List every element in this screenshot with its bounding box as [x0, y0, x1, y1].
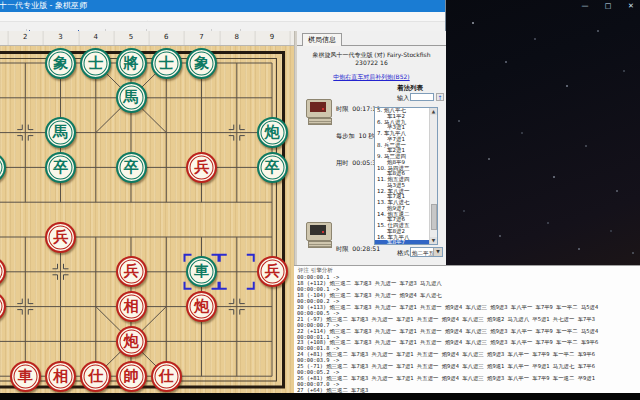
red-piece-相[interactable]: 相 — [45, 361, 76, 392]
black-piece-炮[interactable]: 炮 — [257, 117, 288, 148]
red-piece-帥[interactable]: 帥 — [116, 361, 147, 392]
analysis-line: 23 (+108) 炮三退二 车7退3 兵九进一 车7进1 兵五进一 炮9进4 … — [297, 340, 640, 346]
move-input-label: 输入 — [397, 94, 409, 103]
black-computer-icon — [306, 220, 334, 250]
move-input[interactable] — [410, 93, 434, 101]
scroll-down-icon[interactable]: ▼ — [430, 237, 437, 244]
analysis-line: 25 (-71) 炮三退二 车7退3 兵九进一 车7进1 兵五进一 炮9进4 车… — [297, 364, 640, 370]
bottom-black-strip — [0, 393, 640, 400]
red-piece-炮[interactable]: 炮 — [116, 326, 147, 357]
analysis-header: 评注 引擎分析 — [298, 267, 333, 274]
caption-buttons: — □ ✕ — [578, 0, 638, 12]
board-grid — [0, 31, 294, 393]
dropdown-arrow-icon[interactable]: ▼ — [433, 248, 442, 256]
red-piece-兵[interactable]: 兵 — [116, 256, 147, 287]
move-list-rows: 5. 炮八平七车1平26. 马八进九卒3进17. 车九平八卒7进18. 兵三进一… — [375, 108, 437, 245]
red-computer-icon — [306, 97, 334, 127]
analysis-line: 20 (+113) 炮三退二 车7退3 兵九进一 车7进1 兵五进一 炮9进4 … — [297, 305, 640, 311]
red-piece-相[interactable]: 相 — [116, 291, 147, 322]
analysis-line: 22 (+114) 炮三退二 车7退3 兵九进一 车7进1 兵五进一 炮9进4 … — [297, 329, 640, 335]
analysis-line: 24 (+81) 炮三退二 车7退3 兵九进一 车7进1 兵五进一 炮9进4 车… — [297, 352, 640, 358]
move-list-title: 着法列表 — [397, 84, 423, 93]
red-piece-炮[interactable]: 炮 — [186, 291, 217, 322]
red-piece-兵[interactable]: 兵 — [257, 256, 288, 287]
maximize-icon[interactable]: □ — [601, 0, 615, 12]
format-label: 格式 — [397, 249, 409, 258]
window-title: 象棋旋风十一代专业版 - 象棋巫师 — [0, 0, 87, 12]
black-piece-卒[interactable]: 卒 — [257, 152, 288, 183]
black-piece-卒[interactable]: 卒 — [45, 152, 76, 183]
red-piece-仕[interactable]: 仕 — [151, 361, 182, 392]
minimize-icon[interactable]: — — [578, 0, 592, 12]
tab-game-info[interactable]: 棋局信息 — [302, 33, 342, 46]
analysis-lines: 00:00:00.1 ->18 (+112) 炮三退二 车7退3 兵九进一 车7… — [297, 275, 640, 394]
opening-link[interactable]: 中炮右直车对后补列炮(B52) — [301, 73, 442, 82]
black-time-limit: 时限 00:28:51 — [336, 244, 398, 253]
engine-analysis-pane: 评注 引擎分析 00:00:00.1 ->18 (+112) 炮三退二 车7退3… — [294, 265, 640, 394]
move-list-scrollbar[interactable]: ▲ ▼ — [429, 108, 437, 244]
red-piece-車[interactable]: 車 — [10, 361, 41, 392]
black-piece-象[interactable]: 象 — [186, 48, 217, 79]
screen: 象棋旋风十一代专业版 - 象棋巫师 — □ ✕ 棋谱(M)局面(P)着法(W)系… — [0, 0, 640, 400]
red-piece-兵[interactable]: 兵 — [45, 222, 76, 253]
xiangqi-board[interactable]: 123456789 象士將士象馬馬炮卒卒卒兵卒兵兵兵車兵馬相炮炮車相仕帥仕 — [0, 31, 294, 393]
move-row[interactable]: 车8平7 — [375, 240, 437, 245]
move-list[interactable]: 5. 炮八平七车1平26. 马八进九卒3进17. 车九平八卒7进18. 兵三进一… — [374, 107, 438, 245]
analysis-line: 26 (+81) 炮三退二 车7退3 兵九进一 车7进1 兵五进一 炮9进4 车… — [297, 376, 640, 382]
black-piece-士[interactable]: 士 — [80, 48, 111, 79]
players-line: 象棋旋风十一代专业版 (对) Fairy-Stockfish 230722 16 — [301, 51, 442, 66]
black-piece-象[interactable]: 象 — [45, 48, 76, 79]
analysis-line: 21 (-97) 炮三退二 车7退3 兵九进一 车7进1 兵五进一 炮9进4 车… — [297, 317, 640, 323]
title-bar[interactable]: 象棋旋风十一代专业版 - 象棋巫师 — [0, 0, 446, 12]
black-piece-馬[interactable]: 馬 — [45, 117, 76, 148]
black-piece-馬[interactable]: 馬 — [116, 82, 147, 113]
game-info-panel: 棋局信息 象棋旋风十一代专业版 (对) Fairy-Stockfish 2307… — [297, 31, 446, 265]
black-piece-士[interactable]: 士 — [151, 48, 182, 79]
menu-bar: 棋谱(M)局面(P)着法(W)系统(C)电脑(E)选项(O)帮助(H) — [0, 12, 446, 22]
format-value: 炮二平五 — [412, 249, 434, 257]
format-dropdown[interactable]: 炮二平五 ▼ — [410, 247, 443, 257]
close-icon[interactable]: ✕ — [624, 0, 638, 12]
black-piece-將[interactable]: 將 — [116, 48, 147, 79]
black-piece-卒[interactable]: 卒 — [116, 152, 147, 183]
scroll-thumb[interactable] — [431, 204, 437, 230]
red-piece-仕[interactable]: 仕 — [80, 361, 111, 392]
move-input-go-icon[interactable]: ↑ — [436, 93, 444, 101]
red-piece-兵[interactable]: 兵 — [186, 152, 217, 183]
scroll-up-icon[interactable]: ▲ — [430, 108, 437, 115]
